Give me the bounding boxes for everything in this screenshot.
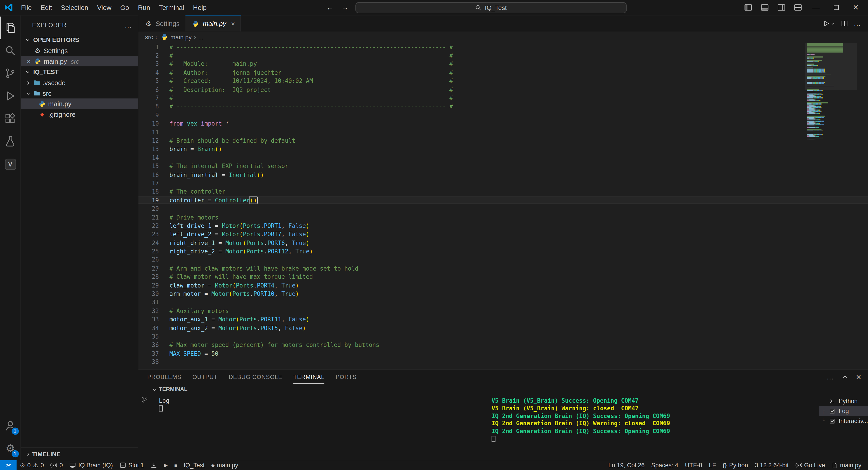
code-line[interactable]: 16brain_inertial = Inertial() (138, 170, 868, 179)
code-line[interactable]: 34motor_aux_2 = Motor(Ports.PORT5, False… (138, 324, 868, 332)
code-line[interactable]: 22left_drive_1 = Motor(Ports.PORT1, Fals… (138, 221, 868, 230)
menu-file[interactable]: File (17, 2, 36, 13)
menu-run[interactable]: Run (133, 2, 155, 13)
code-line[interactable]: 18# The controller (138, 187, 868, 196)
toggle-sidebar-icon[interactable] (741, 1, 755, 13)
menu-go[interactable]: Go (116, 2, 133, 13)
vex-extension-icon[interactable]: V (0, 153, 21, 175)
code-line[interactable]: 5# Created: 10/11/2024, 10:40:02 AM # (138, 76, 868, 85)
code-line[interactable]: 36# Max motor speed (percent) for motors… (138, 341, 868, 349)
code-line[interactable]: 38 (138, 358, 868, 366)
menu-selection[interactable]: Selection (57, 2, 93, 13)
code-line[interactable]: 4# Author: jenna_juechter # (138, 68, 868, 77)
cursor-position-status[interactable]: Ln 19, Col 26 (605, 462, 648, 468)
code-line[interactable]: 32# Auxilary motors (138, 306, 868, 315)
testing-icon[interactable] (0, 130, 21, 153)
project-status[interactable]: IQ_Test (180, 460, 208, 470)
forward-button[interactable]: → (340, 3, 350, 12)
code-line[interactable]: 2# # (138, 51, 868, 60)
vex-file-status[interactable]: main.py (829, 462, 865, 468)
code-line[interactable]: 12# Brain should be defined by default (138, 136, 868, 145)
language-status[interactable]: {} Python (719, 462, 751, 468)
code-line[interactable]: 6# Description: IQ2 project # (138, 85, 868, 94)
run-python-file-button[interactable] (823, 20, 835, 27)
extensions-icon[interactable] (0, 107, 21, 130)
panel-tab-debug-console[interactable]: DEBUG CONSOLE (229, 370, 282, 384)
minimap-viewport-slider[interactable] (805, 43, 857, 90)
tree-item-gitignore[interactable]: ◆.gitignore (21, 109, 138, 120)
code-line[interactable]: 7# # (138, 94, 868, 102)
code-line[interactable]: 28# Claw motor will have max torque limi… (138, 272, 868, 281)
code-line[interactable]: 37MAX_SPEED = 50 (138, 349, 868, 358)
download-button[interactable] (147, 460, 160, 470)
slot-status[interactable]: Slot 1 (116, 460, 147, 470)
code-line[interactable]: 24right_drive_1 = Motor(Ports.PORT6, Tru… (138, 238, 868, 247)
tab-main-py[interactable]: main.py× (186, 15, 241, 32)
breadcrumb-item[interactable]: main.py (160, 33, 192, 40)
problems-status[interactable]: ⊘0 ⚠0 (17, 460, 47, 470)
code-line[interactable]: 27# Arm and claw motors will have brake … (138, 264, 868, 273)
customize-layout-icon[interactable] (790, 1, 805, 13)
code-line[interactable]: 26 (138, 256, 868, 264)
run-program-button[interactable]: ▶ (160, 460, 171, 470)
code-line[interactable]: 1# -------------------------------------… (138, 43, 868, 51)
code-line[interactable]: 17 (138, 179, 868, 188)
tree-item-vscode[interactable]: .vscode (21, 77, 138, 88)
split-editor-button[interactable] (841, 20, 848, 27)
code-line[interactable]: 23left_drive_2 = Motor(Ports.PORT7, Fals… (138, 230, 868, 238)
panel-tab-output[interactable]: OUTPUT (192, 370, 218, 384)
workspace-header[interactable]: IQ_TEST (21, 66, 138, 77)
code-line[interactable]: 8# -------------------------------------… (138, 102, 868, 111)
search-view-icon[interactable] (0, 39, 21, 62)
editor-more-actions[interactable]: … (854, 20, 861, 28)
code-line[interactable]: 25right_drive_2 = Motor(Ports.PORT12, Tr… (138, 247, 868, 256)
ports-status[interactable]: 0 (47, 460, 66, 470)
minimap[interactable] (807, 43, 852, 140)
toggle-secondary-sidebar-icon[interactable] (774, 1, 788, 13)
code-line[interactable]: 3# Module: main.py # (138, 60, 868, 68)
terminal-pane-log[interactable]: Log (151, 394, 487, 460)
sidebar-more-icon[interactable]: … (125, 21, 132, 29)
timeline-section[interactable]: TIMELINE (21, 447, 138, 460)
code-line[interactable]: 29claw_motor = Motor(Ports.PORT4, True) (138, 281, 868, 290)
close-icon[interactable]: × (231, 20, 235, 28)
panel-tab-ports[interactable]: PORTS (336, 370, 357, 384)
eol-status[interactable]: LF (706, 462, 719, 468)
run-debug-icon[interactable] (0, 85, 21, 107)
toggle-panel-icon[interactable] (757, 1, 772, 13)
panel-maximize-icon[interactable] (842, 374, 848, 380)
code-line[interactable]: 20 (138, 204, 868, 213)
stop-program-button[interactable]: ■ (171, 460, 180, 470)
terminal-tab-python[interactable]: Python (819, 396, 868, 406)
panel-tab-terminal[interactable]: TERMINAL (293, 370, 324, 384)
tree-item-main.py[interactable]: main.py (21, 98, 138, 109)
panel-tab-problems[interactable]: PROBLEMS (147, 370, 181, 384)
code-line[interactable]: 14 (138, 153, 868, 162)
code-line[interactable]: 33motor_aux_1 = Motor(Ports.PORT11, Fals… (138, 315, 868, 324)
breadcrumb-item[interactable]: ... (198, 33, 203, 40)
menu-terminal[interactable]: Terminal (155, 2, 188, 13)
settings-gear-icon[interactable]: ⚙1 (0, 437, 21, 460)
terminal-tab-interactiv-[interactable]: └Interactiv... (819, 416, 868, 426)
minimize-button[interactable]: — (807, 0, 825, 15)
open-editor-item[interactable]: ×main.pysrc (21, 56, 138, 66)
code-line[interactable]: 21# Drive motors (138, 213, 868, 221)
python-version-status[interactable]: 3.12.2 64-bit (751, 462, 792, 468)
explorer-icon[interactable] (0, 16, 21, 39)
close-icon[interactable]: × (24, 57, 33, 65)
code-line[interactable]: 10from vex import * (138, 119, 868, 128)
encoding-status[interactable]: UTF-8 (682, 462, 706, 468)
terminal-section-header[interactable]: TERMINAL (138, 384, 868, 395)
code-line[interactable]: 19controller = Controller() (138, 196, 868, 204)
code-line[interactable]: 13brain = Brain() (138, 145, 868, 153)
menu-view[interactable]: View (93, 2, 116, 13)
remote-indicator[interactable]: >< (0, 460, 17, 470)
code-line[interactable]: 30arm_motor = Motor(Ports.PORT10, True) (138, 290, 868, 298)
code-line[interactable]: 9 (138, 111, 868, 119)
breadcrumb-item[interactable]: src (145, 33, 153, 40)
command-center-search[interactable]: IQ_Test (355, 2, 626, 13)
open-editor-item[interactable]: ⚙Settings (21, 45, 138, 56)
indentation-status[interactable]: Spaces: 4 (648, 462, 682, 468)
terminal-tab-log[interactable]: ┌Log (819, 406, 868, 416)
code-line[interactable]: 15# The internal EXP inertial sensor (138, 162, 868, 170)
